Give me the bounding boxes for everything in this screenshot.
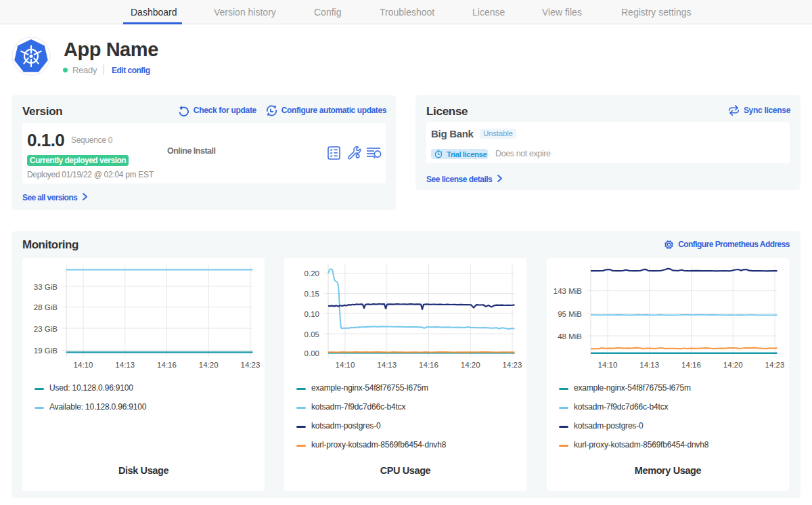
svg-text:14:23: 14:23 <box>503 361 522 369</box>
svg-text:0.15: 0.15 <box>304 290 319 298</box>
svg-text:14:16: 14:16 <box>157 361 177 369</box>
svg-text:14:13: 14:13 <box>377 361 397 369</box>
svg-text:14:20: 14:20 <box>461 361 480 369</box>
svg-text:28 GiB: 28 GiB <box>34 303 58 311</box>
svg-text:48 MiB: 48 MiB <box>558 332 582 341</box>
svg-text:14:10: 14:10 <box>336 361 355 369</box>
svg-text:14:16: 14:16 <box>419 361 438 369</box>
svg-text:14:10: 14:10 <box>598 361 618 369</box>
svg-text:14:13: 14:13 <box>115 361 135 369</box>
svg-text:0.10: 0.10 <box>304 310 319 318</box>
svg-text:14:20: 14:20 <box>199 361 219 369</box>
svg-text:0.05: 0.05 <box>304 330 319 338</box>
svg-text:19 GiB: 19 GiB <box>34 347 58 355</box>
svg-text:14:13: 14:13 <box>639 361 659 369</box>
svg-text:14:16: 14:16 <box>681 361 701 369</box>
svg-text:14:10: 14:10 <box>74 361 93 369</box>
svg-text:14:23: 14:23 <box>765 361 785 369</box>
svg-text:95 MiB: 95 MiB <box>558 310 582 318</box>
svg-text:0.00: 0.00 <box>304 349 319 357</box>
svg-text:0.20: 0.20 <box>304 269 319 278</box>
svg-text:14:20: 14:20 <box>723 361 743 369</box>
svg-text:23 GiB: 23 GiB <box>34 325 58 333</box>
svg-text:33 GiB: 33 GiB <box>34 283 58 291</box>
svg-text:143 MiB: 143 MiB <box>554 287 583 295</box>
svg-text:14:23: 14:23 <box>241 361 261 369</box>
